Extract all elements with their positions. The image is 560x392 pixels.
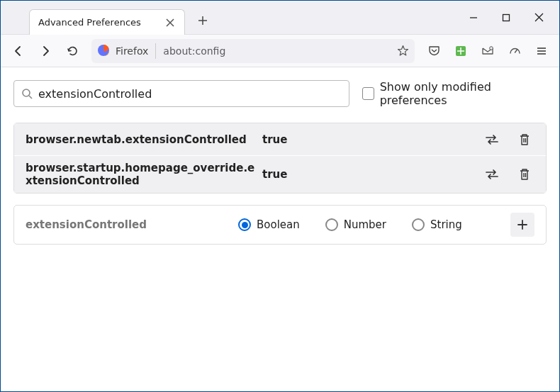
delete-icon[interactable]: [515, 130, 534, 150]
show-modified-checkbox-label[interactable]: Show only modified preferences: [362, 80, 547, 107]
radio-icon[interactable]: [412, 218, 425, 231]
tab-title: Advanced Preferences: [38, 17, 164, 28]
add-button[interactable]: [510, 213, 534, 237]
firefox-icon: [97, 44, 111, 58]
minimize-button[interactable]: [457, 4, 490, 32]
new-tab-button[interactable]: [192, 10, 213, 31]
preference-list: browser.newtab.extensionControlled true …: [13, 123, 547, 194]
svg-rect-0: [503, 14, 510, 21]
titlebar: Advanced Preferences: [1, 1, 559, 35]
preference-value: true: [262, 168, 287, 181]
url-text: about:config: [163, 45, 225, 57]
toggle-icon[interactable]: [482, 164, 502, 184]
menu-button[interactable]: [530, 39, 554, 63]
toggle-icon[interactable]: [482, 130, 502, 150]
maximize-button[interactable]: [490, 4, 522, 32]
preference-row: browser.startup.homepage_override.extens…: [14, 156, 546, 193]
forward-button[interactable]: [33, 39, 57, 63]
mail-icon[interactable]: [476, 39, 500, 63]
radio-boolean[interactable]: Boolean: [238, 218, 300, 231]
search-box[interactable]: [13, 80, 349, 107]
browser-tab[interactable]: Advanced Preferences: [29, 9, 185, 35]
search-icon: [21, 88, 33, 99]
dashboard-icon[interactable]: [503, 39, 527, 63]
url-divider: [155, 43, 156, 59]
add-preference-row: extensionControlled Boolean Number Strin…: [13, 205, 547, 245]
extension-icon[interactable]: [449, 39, 473, 63]
svg-point-3: [490, 46, 493, 50]
radio-string[interactable]: String: [412, 218, 462, 231]
watermark: © PCrisk.com: [55, 301, 504, 367]
close-window-button[interactable]: [522, 4, 555, 32]
window-controls: [457, 1, 559, 34]
svg-point-4: [23, 89, 30, 96]
back-button[interactable]: [6, 39, 30, 63]
checkbox-text: Show only modified preferences: [380, 80, 547, 107]
radio-icon[interactable]: [325, 218, 338, 231]
close-tab-icon[interactable]: [164, 17, 176, 28]
checkbox-icon[interactable]: [362, 87, 374, 100]
url-bar[interactable]: Firefox about:config: [91, 39, 415, 63]
preference-row: browser.newtab.extensionControlled true: [14, 123, 546, 156]
bookmark-star-icon[interactable]: [397, 45, 409, 57]
type-radio-group: Boolean Number String: [238, 218, 462, 231]
delete-icon[interactable]: [515, 164, 534, 184]
url-identity-label: Firefox: [116, 45, 148, 57]
reload-button[interactable]: [60, 39, 84, 63]
preference-value: true: [262, 133, 287, 146]
radio-number[interactable]: Number: [325, 218, 386, 231]
add-preference-name: extensionControlled: [26, 218, 238, 231]
preference-name: browser.newtab.extensionControlled: [26, 133, 258, 146]
search-input[interactable]: [38, 87, 342, 101]
radio-icon[interactable]: [238, 218, 251, 231]
search-row: Show only modified preferences: [13, 80, 547, 107]
page-content: © PCrisk.com Show only modified preferen…: [1, 67, 559, 391]
nav-toolbar: Firefox about:config: [1, 35, 559, 67]
pocket-icon[interactable]: [422, 39, 446, 63]
preference-name: browser.startup.homepage_override.extens…: [26, 162, 258, 187]
